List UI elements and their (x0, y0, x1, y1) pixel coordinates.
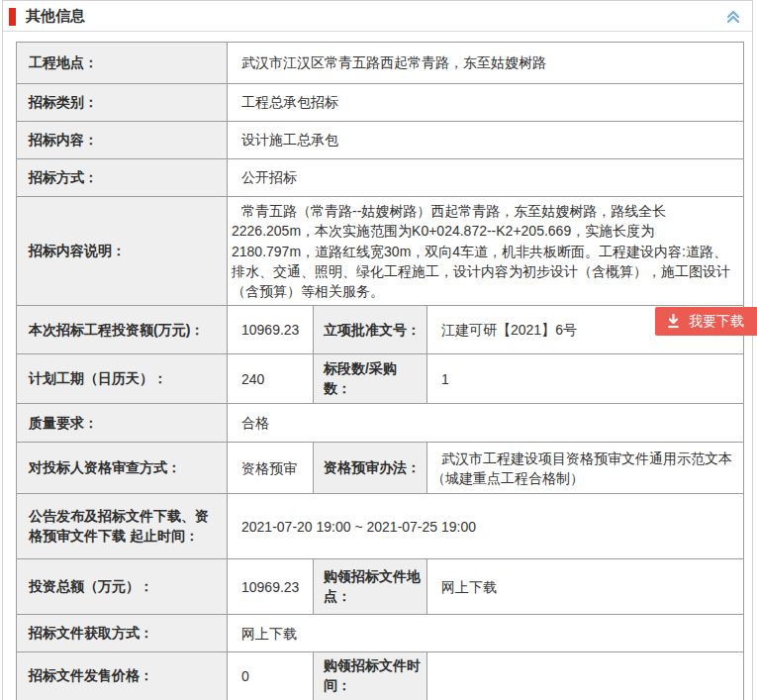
other-info-table: 工程地点：武汉市江汉区常青五路西起常青路，东至姑嫂树路招标类别：工程总承包招标招… (16, 42, 744, 700)
info-table-body: 工程地点：武汉市江汉区常青五路西起常青路，东至姑嫂树路招标类别：工程总承包招标招… (17, 43, 744, 700)
download-icon (666, 314, 681, 329)
table-row: 招标文件获取方式：网上下载 (17, 615, 744, 652)
table-row: 本次招标工程投资额(万元)：10969.23立项批准文号：江建可研【2021】6… (17, 306, 744, 354)
table-row: 投资总额（万元）：10969.23购领招标文件地点：网上下载 (17, 559, 744, 615)
row-label: 计划工期（日历天）： (17, 354, 228, 404)
row-sublabel: 购领招标文件时间： (314, 652, 427, 700)
table-row: 招标文件发售价格：0购领招标文件时间： (17, 652, 744, 700)
row-value: 武汉市江汉区常青五路西起常青路，东至姑嫂树路 (228, 43, 744, 84)
row-label: 招标方式： (17, 159, 228, 197)
row-value: 设计施工总承包 (228, 122, 744, 159)
download-button[interactable]: 我要下载 (655, 307, 757, 336)
panel-title: 其他信息 (26, 7, 85, 26)
row-label: 质量要求： (17, 404, 228, 443)
row-value: 资格预审 (228, 443, 314, 494)
row-label: 招标内容说明： (17, 197, 228, 306)
table-row: 招标方式：公开招标 (17, 159, 744, 197)
double-chevron-up-icon (725, 9, 741, 25)
row-value: 10969.23 (228, 306, 314, 354)
download-button-label: 我要下载 (689, 313, 744, 331)
row-subvalue (427, 652, 744, 700)
accent-bar (9, 8, 16, 26)
collapse-panel-button[interactable] (725, 9, 741, 25)
table-row: 计划工期（日历天）：240标段数/采购数：1 (17, 354, 744, 404)
row-value: 网上下载 (228, 615, 744, 652)
row-label: 对投标人资格审查方式： (17, 443, 228, 494)
row-subvalue: 1 (427, 354, 744, 404)
row-label: 公告发布及招标文件下载、资格预审文件下载 起止时间： (17, 494, 228, 559)
row-value: 0 (228, 652, 314, 700)
row-value: 常青五路（常青路--姑嫂树路）西起常青路，东至姑嫂树路，路线全长2226.205… (228, 197, 744, 306)
row-label: 招标文件发售价格： (17, 652, 228, 700)
table-row: 招标内容说明：常青五路（常青路--姑嫂树路）西起常青路，东至姑嫂树路，路线全长2… (17, 197, 744, 306)
other-info-panel: 其他信息 工程地点：武汉市江汉区常青五路西起常青路，东至姑嫂树路招标类别：工程总… (2, 0, 753, 700)
row-sublabel: 立项批准文号： (314, 306, 427, 354)
row-label: 工程地点： (17, 43, 228, 84)
row-sublabel: 标段数/采购数： (314, 354, 427, 404)
row-label: 招标内容： (17, 122, 228, 159)
row-value: 公开招标 (228, 159, 744, 197)
table-row: 对投标人资格审查方式：资格预审资格预审办法：武汉市工程建设项目资格预审文件通用示… (17, 443, 744, 494)
table-row: 招标类别：工程总承包招标 (17, 84, 744, 122)
row-value: 工程总承包招标 (228, 84, 744, 122)
row-subvalue: 武汉市工程建设项目资格预审文件通用示范文本（城建重点工程合格制） (427, 443, 744, 494)
table-row: 招标内容：设计施工总承包 (17, 122, 744, 159)
table-row: 工程地点：武汉市江汉区常青五路西起常青路，东至姑嫂树路 (17, 43, 744, 84)
table-row: 质量要求：合格 (17, 404, 744, 443)
row-subvalue: 网上下载 (427, 559, 744, 615)
row-label: 本次招标工程投资额(万元)： (17, 306, 228, 354)
row-label: 投资总额（万元）： (17, 559, 228, 615)
row-label: 招标类别： (17, 84, 228, 122)
row-value: 2021-07-20 19:00 ~ 2021-07-25 19:00 (228, 494, 744, 559)
row-sublabel: 购领招标文件地点： (314, 559, 427, 615)
row-sublabel: 资格预审办法： (314, 443, 427, 494)
row-value: 10969.23 (228, 559, 314, 615)
row-value: 240 (228, 354, 314, 404)
panel-header: 其他信息 (3, 1, 752, 32)
table-row: 公告发布及招标文件下载、资格预审文件下载 起止时间：2021-07-20 19:… (17, 494, 744, 559)
row-label: 招标文件获取方式： (17, 615, 228, 652)
row-value: 合格 (228, 404, 744, 443)
